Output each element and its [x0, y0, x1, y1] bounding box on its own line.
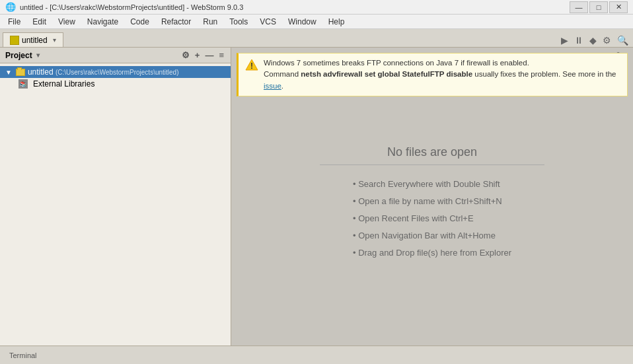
folder-tab-icon: [10, 36, 19, 45]
sidebar-collapse-btn[interactable]: —: [204, 50, 215, 60]
editor-area: 🔍 ! Windows 7 sometimes breaks FTP conne…: [231, 48, 633, 346]
title-bar-controls: — □ ✕: [570, 1, 628, 13]
bottom-strip: Terminal: [0, 346, 633, 364]
sidebar-more-btn[interactable]: ≡: [217, 50, 225, 60]
menu-item-help[interactable]: Help: [323, 16, 350, 28]
hint-item: Open Navigation Bar with Alt+Home: [353, 227, 511, 244]
hint-item: Open a file by name with Ctrl+Shift+N: [353, 193, 511, 210]
no-files-panel: No files are open Search Everywhere with…: [231, 102, 633, 346]
search-icon[interactable]: 🔍: [615, 35, 630, 46]
sidebar-header-left: Project ▾: [5, 51, 40, 60]
main-content: Project ▾ ⚙ + — ≡ ▼ untitled (C:\Users\r…: [0, 48, 633, 346]
menu-item-tools[interactable]: Tools: [224, 16, 253, 28]
project-folder-icon: [16, 69, 25, 76]
menu-item-run[interactable]: Run: [198, 16, 223, 28]
sidebar-header: Project ▾ ⚙ + — ≡: [0, 48, 231, 63]
menu-item-window[interactable]: Window: [283, 16, 322, 28]
warning-icon: !: [245, 58, 258, 71]
external-libraries-item[interactable]: 📚 External Libraries: [0, 78, 231, 90]
close-button[interactable]: ✕: [609, 1, 628, 13]
menu-item-vcs[interactable]: VCS: [254, 16, 281, 28]
hint-item: Open Recent Files with Ctrl+E: [353, 210, 511, 227]
external-libraries-label: External Libraries: [33, 79, 94, 89]
expand-arrow-icon: ▼: [5, 69, 12, 76]
sidebar-title: Project: [5, 51, 32, 60]
menu-bar: FileEditViewNavigateCodeRefactorRunTools…: [0, 15, 633, 29]
maximize-button[interactable]: □: [589, 1, 608, 13]
external-libs-icon: 📚: [19, 79, 28, 89]
app-icon: 🌐: [5, 2, 16, 12]
sidebar-header-actions: ⚙ + — ≡: [180, 50, 225, 60]
no-files-title: No files are open: [320, 145, 544, 165]
project-root-item[interactable]: ▼ untitled (C:\Users\rakc\WebstormProjec…: [0, 66, 231, 78]
title-bar: 🌐 untitled - [C:\Users\rakc\WebstormProj…: [0, 0, 633, 15]
tab-dropdown-arrow[interactable]: ▾: [53, 36, 56, 44]
hint-item: Search Everywhere with Double Shift: [353, 176, 511, 193]
minimize-button[interactable]: —: [570, 1, 588, 13]
coverage-icon[interactable]: ◆: [587, 35, 599, 46]
menu-item-view[interactable]: View: [53, 16, 81, 28]
menu-item-edit[interactable]: Edit: [27, 16, 52, 28]
svg-text:!: !: [250, 61, 253, 71]
sidebar-settings-btn[interactable]: ⚙: [180, 50, 191, 60]
notification-link[interactable]: issue: [264, 82, 281, 90]
notification-banner: ! Windows 7 sometimes breaks FTP connect…: [237, 53, 628, 96]
run-icon[interactable]: ▶: [559, 35, 570, 46]
menu-item-refactor[interactable]: Refactor: [156, 16, 196, 28]
tab-bar: untitled ▾ ▶ ⏸ ◆ ⚙ 🔍: [0, 29, 633, 48]
project-tab[interactable]: untitled ▾: [3, 32, 63, 47]
sidebar: Project ▾ ⚙ + — ≡ ▼ untitled (C:\Users\r…: [0, 48, 231, 346]
tab-label: untitled: [22, 36, 48, 45]
settings-icon[interactable]: ⚙: [601, 35, 613, 46]
project-name: untitled (C:\Users\rakc\WebstormProjects…: [28, 67, 179, 77]
sidebar-dropdown-arrow[interactable]: ▾: [36, 52, 40, 59]
tab-actions: ▶ ⏸ ◆ ⚙ 🔍: [559, 35, 630, 47]
sidebar-tree: ▼ untitled (C:\Users\rakc\WebstormProjec…: [0, 63, 231, 346]
notification-text: Windows 7 sometimes breaks FTP connectio…: [264, 57, 620, 92]
menu-item-file[interactable]: File: [3, 16, 26, 28]
no-files-hints: Search Everywhere with Double ShiftOpen …: [353, 176, 511, 262]
menu-item-navigate[interactable]: Navigate: [82, 16, 124, 28]
debug-icon[interactable]: ⏸: [572, 35, 585, 46]
title-bar-left: 🌐 untitled - [C:\Users\rakc\WebstormProj…: [5, 2, 243, 12]
hint-item: Drag and Drop file(s) here from Explorer: [353, 244, 511, 262]
bottom-terminal-btn[interactable]: Terminal: [5, 350, 41, 361]
menu-item-code[interactable]: Code: [125, 16, 155, 28]
window-title: untitled - [C:\Users\rakc\WebstormProjec…: [20, 3, 243, 11]
sidebar-expand-btn[interactable]: +: [194, 50, 202, 60]
